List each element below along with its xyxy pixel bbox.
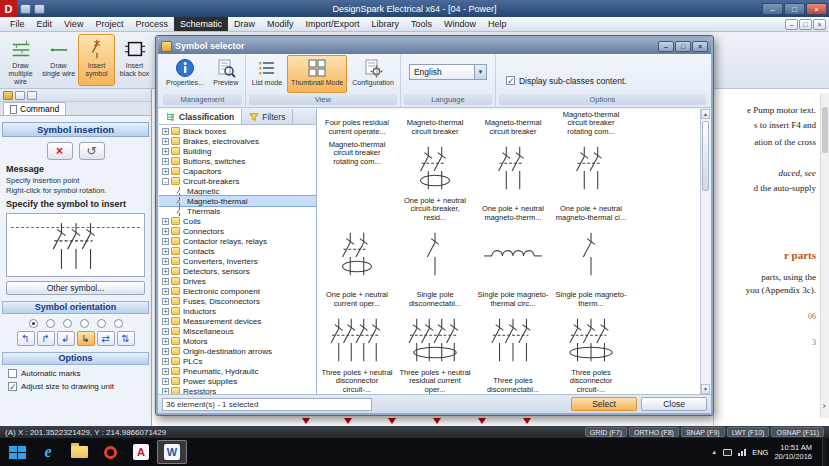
menu-import-export[interactable]: Import/Export bbox=[299, 17, 365, 31]
network-icon[interactable] bbox=[738, 449, 746, 456]
tree-item-magnetic[interactable]: Magnetic bbox=[159, 186, 316, 196]
tree-item-magneto-thermal[interactable]: Magneto-thermal bbox=[159, 196, 316, 206]
expand-icon[interactable]: + bbox=[162, 358, 169, 365]
clock[interactable]: 10:51 AM 20/10/2016 bbox=[774, 443, 812, 461]
acrobat-taskbar-button[interactable]: A bbox=[126, 440, 156, 464]
expand-icon[interactable]: + bbox=[162, 348, 169, 355]
tree-item-power-supplies[interactable]: +Power supplies bbox=[159, 376, 316, 386]
expand-icon[interactable]: + bbox=[162, 338, 169, 345]
checkbox-adjust-size-to-drawing-unit[interactable]: ✓Adjust size to drawing unit bbox=[8, 382, 143, 391]
dialog-close-button[interactable] bbox=[692, 41, 708, 52]
menu-project[interactable]: Project bbox=[89, 17, 129, 31]
dialog-maximize-button[interactable] bbox=[675, 41, 691, 52]
expand-icon[interactable]: + bbox=[162, 158, 169, 165]
expand-icon[interactable]: + bbox=[162, 308, 169, 315]
expand-icon[interactable]: + bbox=[162, 258, 169, 265]
toggle-ortho-f8[interactable]: ORTHO (F8) bbox=[629, 427, 679, 437]
expand-icon[interactable]: + bbox=[162, 168, 169, 175]
symbol-cell[interactable]: Magneto-thermal circuit breaker rotating… bbox=[318, 139, 396, 169]
orientation-radio[interactable] bbox=[46, 319, 55, 328]
tray-chevron-icon[interactable] bbox=[711, 449, 717, 455]
menu-help[interactable]: Help bbox=[482, 17, 513, 31]
tree-item-motors[interactable]: +Motors bbox=[159, 336, 316, 346]
tab-classification[interactable]: Classification bbox=[159, 109, 242, 124]
display-subclasses-checkbox[interactable]: ✓Display sub-classes content. bbox=[506, 68, 627, 93]
turn-down-left-button[interactable]: ↲ bbox=[57, 331, 75, 346]
dock-right-icon[interactable] bbox=[27, 91, 37, 100]
preview-button[interactable]: Preview bbox=[209, 55, 243, 93]
symbol-cell[interactable]: Single pole magneto-thermal circ... bbox=[474, 225, 552, 311]
rotate-insertion-button[interactable]: ↺ bbox=[79, 142, 105, 160]
expand-icon[interactable]: + bbox=[162, 128, 169, 135]
symbol-cell[interactable]: Three poles + neutral residual current o… bbox=[396, 311, 474, 394]
symbol-cell[interactable]: One pole + neutral magneto-thermal ci... bbox=[552, 139, 630, 225]
insert-black-box-button[interactable]: Insert black box bbox=[116, 34, 153, 86]
document-scrollbar[interactable] bbox=[820, 93, 829, 418]
orientation-radio[interactable] bbox=[29, 319, 38, 328]
word-taskbar-button[interactable]: W bbox=[157, 440, 187, 464]
toggle-osnap-f11[interactable]: OSNAP (F11) bbox=[771, 427, 824, 437]
red-app-taskbar-button[interactable] bbox=[95, 440, 125, 464]
tree-item-electronic-component[interactable]: +Electronic component bbox=[159, 286, 316, 296]
tree-item-black-boxes[interactable]: +Black boxes bbox=[159, 126, 316, 136]
dock-left-icon[interactable] bbox=[15, 91, 25, 100]
expand-icon[interactable]: + bbox=[162, 328, 169, 335]
symbol-cell[interactable]: One pole + neutral circuit-breaker, resi… bbox=[396, 139, 474, 225]
expand-icon[interactable]: + bbox=[162, 368, 169, 375]
tree-item-converters-inverters[interactable]: +Converters, Inverters bbox=[159, 256, 316, 266]
doc-minimize-button[interactable] bbox=[785, 19, 798, 30]
symbol-cell[interactable]: Four poles residual current operate... bbox=[318, 109, 396, 139]
toggle-lwt-f10[interactable]: LWT (F10) bbox=[727, 427, 770, 437]
turn-up-right-button[interactable]: ↱ bbox=[37, 331, 55, 346]
menu-draw[interactable]: Draw bbox=[228, 17, 261, 31]
tree-item-origin-destination-arrows[interactable]: +Origin-destination arrows bbox=[159, 346, 316, 356]
menu-process[interactable]: Process bbox=[129, 17, 174, 31]
draw-multiple-wire-button[interactable]: Draw multiple wire bbox=[2, 34, 39, 86]
tree-item-inductors[interactable]: +Inductors bbox=[159, 306, 316, 316]
quick-access-print-icon[interactable] bbox=[34, 4, 45, 14]
checkbox-automatic-marks[interactable]: Automatic marks bbox=[8, 369, 143, 378]
symbol-cell[interactable]: Three poles disconnectabl... bbox=[474, 311, 552, 394]
orientation-radio[interactable] bbox=[97, 319, 106, 328]
select-button[interactable]: Select bbox=[571, 397, 637, 411]
close-dialog-button[interactable]: Close bbox=[641, 397, 707, 411]
tree-item-building[interactable]: +Building bbox=[159, 146, 316, 156]
draw-single-wire-button[interactable]: Draw single wire bbox=[40, 34, 77, 86]
turn-up-left-button[interactable]: ↰ bbox=[17, 331, 35, 346]
toggle-snap-f9[interactable]: SNAP (F9) bbox=[681, 427, 725, 437]
quick-access-save-icon[interactable] bbox=[20, 4, 31, 14]
cancel-insertion-button[interactable]: × bbox=[47, 142, 73, 160]
notebook-icon[interactable] bbox=[3, 91, 13, 100]
menu-window[interactable]: Window bbox=[438, 17, 482, 31]
tree-item-thermals[interactable]: Thermals bbox=[159, 206, 316, 216]
swap-v-button[interactable]: ⇅ bbox=[117, 331, 135, 346]
orientation-radio[interactable] bbox=[80, 319, 89, 328]
orientation-radio[interactable] bbox=[63, 319, 72, 328]
symbol-cell[interactable]: One pole + neutral magneto-therm... bbox=[474, 139, 552, 225]
file-explorer-taskbar-button[interactable] bbox=[64, 440, 94, 464]
tree-item-plcs[interactable]: +PLCs bbox=[159, 356, 316, 366]
symbol-cell[interactable]: Three poles disconnector circuit-... bbox=[552, 311, 630, 394]
scrollbar-thumb[interactable] bbox=[822, 107, 828, 153]
symbol-cell[interactable]: One pole + neutral current oper... bbox=[318, 225, 396, 311]
dialog-title-bar[interactable]: Symbol selector bbox=[158, 38, 711, 54]
expand-icon[interactable]: + bbox=[162, 288, 169, 295]
menu-edit[interactable]: Edit bbox=[31, 17, 59, 31]
tree-item-contactor-relays-relays[interactable]: +Contactor relays, relays bbox=[159, 236, 316, 246]
menu-schematic[interactable]: Schematic bbox=[174, 17, 228, 31]
menu-view[interactable]: View bbox=[58, 17, 89, 31]
other-symbol-button[interactable]: Other symbol... bbox=[6, 281, 145, 295]
show-desktop-button[interactable] bbox=[822, 438, 827, 466]
language-select[interactable]: English bbox=[409, 64, 487, 80]
expand-icon[interactable]: + bbox=[162, 218, 169, 225]
tree-item-capacitors[interactable]: +Capacitors bbox=[159, 166, 316, 176]
chevron-right-icon[interactable] bbox=[822, 398, 826, 410]
tree-item-buttons-switches[interactable]: +Buttons, switches bbox=[159, 156, 316, 166]
turn-down-right-button[interactable]: ↳ bbox=[77, 331, 95, 346]
tree-item-detectors-sensors[interactable]: +Detectors, sensors bbox=[159, 266, 316, 276]
doc-close-button[interactable] bbox=[813, 19, 826, 30]
expand-icon[interactable]: + bbox=[162, 268, 169, 275]
expand-icon[interactable]: + bbox=[162, 228, 169, 235]
thumbnail-mode-button[interactable]: Thumbnail Mode bbox=[287, 55, 347, 93]
tree-item-measurement-devices[interactable]: +Measurement devices bbox=[159, 316, 316, 326]
